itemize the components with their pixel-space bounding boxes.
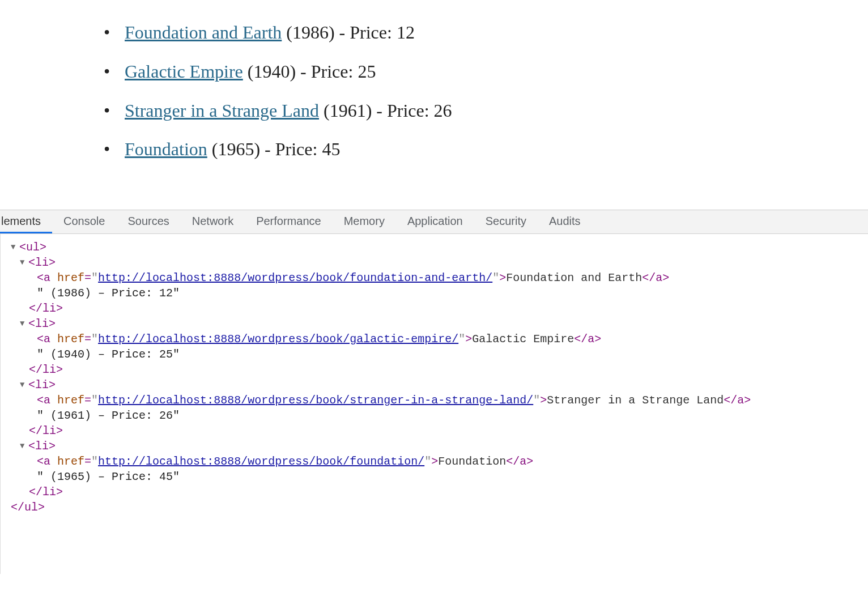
dom-line[interactable]: </li> (11, 301, 868, 316)
devtools-tabs: lements Console Sources Network Performa… (0, 210, 868, 234)
book-meta: (1965) - Price: 45 (207, 139, 341, 159)
devtools-panel: lements Console Sources Network Performa… (0, 210, 868, 574)
list-item: Galactic Empire (1940) - Price: 25 (99, 59, 868, 84)
book-meta: (1961) - Price: 26 (319, 100, 452, 121)
tab-sources[interactable]: Sources (116, 210, 180, 233)
expand-arrow-icon[interactable]: ▼ (20, 257, 28, 268)
book-link[interactable]: Foundation and Earth (125, 22, 282, 42)
dom-line[interactable]: " (1940) – Price: 25" (11, 347, 868, 362)
list-item: Foundation and Earth (1986) - Price: 12 (99, 20, 868, 45)
tab-performance[interactable]: Performance (245, 210, 333, 233)
dom-line[interactable]: </li> (11, 362, 868, 377)
book-link[interactable]: Galactic Empire (125, 61, 243, 82)
dom-line[interactable]: </li> (11, 484, 868, 500)
tab-memory[interactable]: Memory (333, 210, 396, 233)
expand-arrow-icon[interactable]: ▼ (20, 318, 28, 329)
tab-console[interactable]: Console (52, 210, 116, 233)
tab-security[interactable]: Security (474, 210, 538, 233)
book-link[interactable]: Foundation (125, 139, 207, 159)
dom-line[interactable]: ▼<ul> (11, 240, 868, 255)
dom-line[interactable]: " (1965) – Price: 45" (11, 469, 868, 484)
book-list: Foundation and Earth (1986) - Price: 12G… (99, 20, 868, 162)
dom-line[interactable]: " (1961) – Price: 26" (11, 408, 868, 423)
dom-line[interactable]: <a href="http://localhost:8888/wordpress… (11, 454, 868, 469)
expand-arrow-icon[interactable]: ▼ (20, 380, 28, 390)
expand-arrow-icon[interactable]: ▼ (11, 242, 19, 253)
dom-line[interactable]: ▼<li> (11, 377, 868, 393)
page-content: Foundation and Earth (1986) - Price: 12G… (0, 0, 868, 210)
dom-line[interactable]: </ul> (11, 500, 868, 515)
dom-line[interactable]: </li> (11, 423, 868, 439)
list-item: Foundation (1965) - Price: 45 (99, 137, 868, 162)
book-meta: (1986) - Price: 12 (282, 22, 415, 42)
dom-line[interactable]: <a href="http://localhost:8888/wordpress… (11, 393, 868, 408)
book-link[interactable]: Stranger in a Strange Land (125, 100, 319, 121)
tab-network[interactable]: Network (181, 210, 245, 233)
dom-line[interactable]: ▼<li> (11, 255, 868, 270)
tab-application[interactable]: Application (396, 210, 474, 233)
tab-audits[interactable]: Audits (538, 210, 592, 233)
dom-line[interactable]: ▼<li> (11, 439, 868, 454)
dom-line[interactable]: <a href="http://localhost:8888/wordpress… (11, 270, 868, 286)
book-meta: (1940) - Price: 25 (243, 61, 376, 82)
tab-elements[interactable]: lements (0, 210, 52, 233)
list-item: Stranger in a Strange Land (1961) - Pric… (99, 98, 868, 124)
dom-line[interactable]: " (1986) – Price: 12" (11, 286, 868, 301)
elements-panel[interactable]: ▼<ul>▼<li><a href="http://localhost:8888… (0, 234, 868, 574)
dom-line[interactable]: <a href="http://localhost:8888/wordpress… (11, 331, 868, 347)
expand-arrow-icon[interactable]: ▼ (20, 441, 28, 452)
dom-line[interactable]: ▼<li> (11, 316, 868, 331)
